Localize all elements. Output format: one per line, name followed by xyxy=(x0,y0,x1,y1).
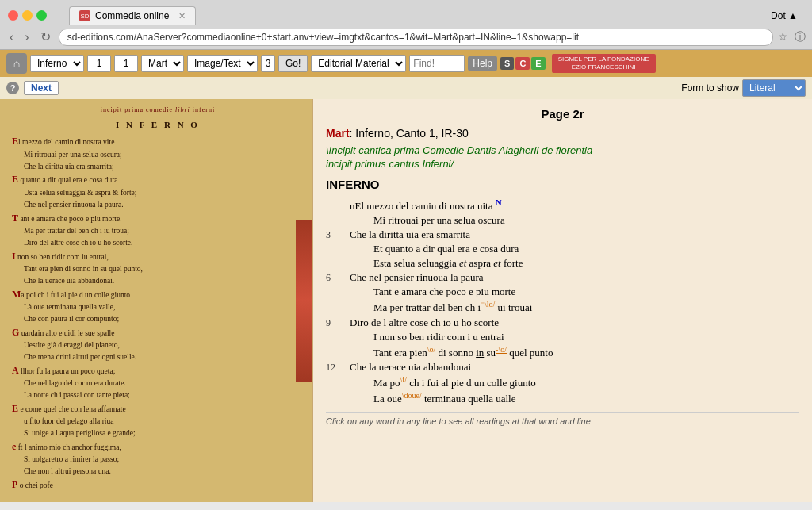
find-input[interactable] xyxy=(409,55,465,72)
sigmel-line1: SIGMEL PER LA FONDAZIONE xyxy=(558,56,649,63)
title-bar: SD Commedia online ✕ Dot ▲ xyxy=(0,0,812,25)
app-toolbar: ⌂ Inferno Mart Image/Text Go! Editorial … xyxy=(0,50,812,77)
image-text-select[interactable]: Image/Text xyxy=(187,55,258,72)
text-panel: Page 2r Mart: Inferno, Canto 1, IR-30 \I… xyxy=(313,99,812,502)
verse-num: 6 xyxy=(326,272,350,284)
verse-text[interactable]: Ma per trattar del ben ch i⁻\lo/ ui trou… xyxy=(373,300,799,314)
page-title: Page 2r xyxy=(326,107,799,121)
verse-text[interactable]: I non so ben ridir com i u entrai xyxy=(373,331,799,343)
verse-num: 12 xyxy=(326,362,350,374)
underline-text: in xyxy=(476,347,484,359)
sigmel-line2: EZIO FRANCESCHINI xyxy=(558,63,649,71)
tab-bar: SD Commedia online ✕ xyxy=(69,6,196,25)
verse-line: Ma per trattar del ben ch i⁻\lo/ ui trou… xyxy=(326,300,799,314)
nav-bar: ‹ › ↻ ☆ ⓘ xyxy=(0,25,812,49)
manuscript-panel: incipit prima comedie libri inferni I N … xyxy=(0,99,313,502)
form-label: Form to show xyxy=(681,82,739,94)
badge-e[interactable]: E xyxy=(531,57,545,70)
verse-text[interactable]: nEl mezzo del camin di nostra uita N xyxy=(350,197,799,213)
verse-text[interactable]: Tant era pien\o/ di sonno in su-\o/ quel… xyxy=(373,345,799,359)
manuscript-image: incipit prima comedie libri inferni I N … xyxy=(0,99,312,502)
verse-text[interactable]: Che la uerace uia abbandonai xyxy=(350,361,799,374)
incipit-line1: \Incipit cantica prima Comedie Dantis Al… xyxy=(326,144,799,156)
verse-line: Tant era pien\o/ di sonno in su-\o/ quel… xyxy=(326,345,799,359)
verse-line: Tant e amara che poco e piu morte xyxy=(326,286,799,298)
underline-text: -\o/ xyxy=(496,345,507,354)
help-icon[interactable]: ? xyxy=(6,82,19,94)
help-bar: ? Next Form to show Literal xyxy=(0,77,812,99)
verse-text[interactable]: Che nel pensier rinuoua la paura xyxy=(350,271,799,284)
verse-line: nEl mezzo del camin di nostra uita N xyxy=(326,197,799,213)
mart-select[interactable]: Mart xyxy=(141,55,184,72)
address-bar[interactable] xyxy=(59,29,773,46)
canto-header: Mart: Inferno, Canto 1, IR-30 xyxy=(326,127,799,140)
forward-button[interactable]: › xyxy=(21,29,32,46)
back-button[interactable]: ‹ xyxy=(6,29,17,46)
canto-title: Inferno, Canto 1, IR-30 xyxy=(355,127,468,140)
inferno-title: INFERNO xyxy=(326,178,799,191)
help-button[interactable]: Help xyxy=(468,56,497,71)
verse-text[interactable]: Che la diritta uia era smarrita xyxy=(350,228,799,241)
main-content: incipit prima comedie libri inferni I N … xyxy=(0,99,812,502)
verse-line: Mi ritrouai per una selua oscura xyxy=(326,214,799,227)
traffic-lights xyxy=(8,10,47,21)
verse-line: 9 Diro de l altre cose ch io u ho scorte xyxy=(326,316,799,329)
mart-label: Mart xyxy=(326,127,350,140)
verse-line: Et quanto a dir qual era e cosa dura xyxy=(326,243,799,255)
ms-header-text: incipit prima comedie libri inferni xyxy=(12,105,304,115)
home-button[interactable]: ⌂ xyxy=(6,53,27,74)
verse-line: 12 Che la uerace uia abbandonai xyxy=(326,361,799,374)
verse-num: 9 xyxy=(326,317,350,329)
form-select[interactable]: Literal xyxy=(742,79,806,97)
inferno-select[interactable]: Inferno xyxy=(30,55,84,72)
superscript: \i/ xyxy=(400,375,407,384)
tab-close-button[interactable]: ✕ xyxy=(178,11,186,21)
form-to-show: Form to show Literal xyxy=(681,79,806,97)
verse-text[interactable]: Tant e amara che poco e piu morte xyxy=(373,286,799,298)
info-icon[interactable]: ⓘ xyxy=(795,30,806,44)
verse-line: 6 Che nel pensier rinuoua la paura xyxy=(326,271,799,284)
verse-line: La oue\doue/ terminaua quella ualle xyxy=(326,391,799,405)
page-input[interactable] xyxy=(261,55,275,72)
badge-s[interactable]: S xyxy=(500,57,514,70)
superscript: \o/ xyxy=(427,345,436,354)
verse-text[interactable]: Diro de l altre cose ch io u ho scorte xyxy=(350,316,799,329)
verse-text[interactable]: La oue\doue/ terminaua quella ualle xyxy=(373,391,799,405)
incipit-line2: incipit primus cantus Inferni/ xyxy=(326,158,799,170)
verse-num: 3 xyxy=(326,229,350,241)
sigmel-logo[interactable]: SIGMEL PER LA FONDAZIONE EZIO FRANCESCHI… xyxy=(552,54,656,74)
minimize-button[interactable] xyxy=(22,10,33,21)
verse-line: 3 Che la diritta uia era smarrita xyxy=(326,228,799,241)
wit-input[interactable] xyxy=(114,55,138,72)
verse-line: I non so ben ridir com i u entrai xyxy=(326,331,799,343)
tab-icon: SD xyxy=(79,10,90,21)
go-button[interactable]: Go! xyxy=(278,55,308,72)
verse-line: Esta selua seluaggia et aspra et forte xyxy=(326,257,799,270)
manuscript-text: incipit prima comedie libri inferni I N … xyxy=(12,105,304,492)
superscript: -\o/ xyxy=(496,345,507,354)
tab-title: Commedia online xyxy=(95,10,169,21)
verse-text[interactable]: Et quanto a dir qual era e cosa dura xyxy=(373,243,799,255)
verse-text[interactable]: Esta selua seluaggia et aspra et forte xyxy=(373,257,799,270)
verse-text[interactable]: Mi ritrouai per una selua oscura xyxy=(373,214,799,227)
maximize-button[interactable] xyxy=(36,10,47,21)
nav-icons: ☆ ⓘ xyxy=(778,30,806,44)
verse-line: Ma po\i/ ch i fui al pie d un colle giun… xyxy=(326,375,799,389)
star-icon[interactable]: ☆ xyxy=(778,30,788,44)
reload-button[interactable]: ↻ xyxy=(37,28,54,46)
verse-block: nEl mezzo del camin di nostra uita N Mi … xyxy=(326,197,799,406)
close-button[interactable] xyxy=(8,10,18,21)
window-title: Dot ▲ xyxy=(771,10,804,21)
browser-tab[interactable]: SD Commedia online ✕ xyxy=(69,6,196,25)
editorial-select[interactable]: Editorial Material xyxy=(311,55,406,72)
click-hint: Click on any word in any line to see all… xyxy=(326,412,799,426)
browser-chrome: SD Commedia online ✕ Dot ▲ ‹ › ↻ ☆ ⓘ xyxy=(0,0,812,50)
badge-c[interactable]: C xyxy=(515,57,530,70)
canto-input[interactable] xyxy=(87,55,111,72)
n-mark: N xyxy=(496,197,502,207)
verse-text[interactable]: Ma po\i/ ch i fui al pie d un colle giun… xyxy=(373,375,799,389)
home-icon: ⌂ xyxy=(13,57,20,70)
next-button[interactable]: Next xyxy=(24,81,59,95)
sce-badges: S C E xyxy=(500,57,546,70)
superscript: \doue/ xyxy=(402,391,422,400)
